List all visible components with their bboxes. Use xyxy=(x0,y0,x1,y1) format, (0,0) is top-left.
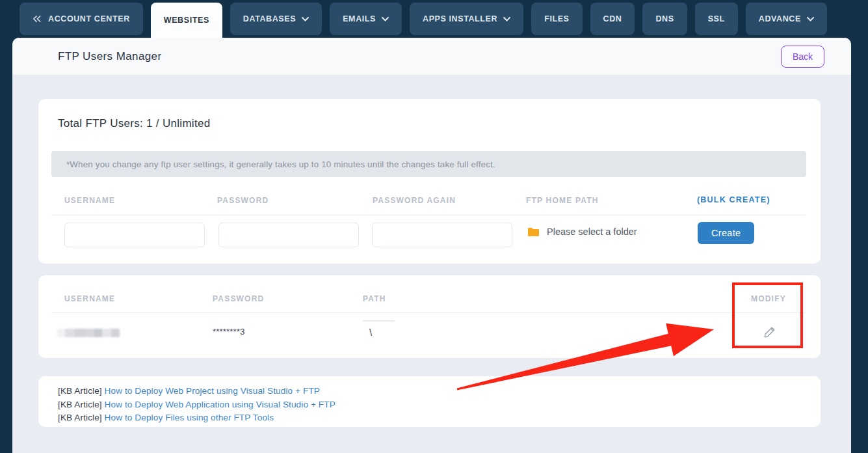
content-panel: FTP Users Manager Back Total FTP Users: … xyxy=(12,38,851,453)
chevron-down-icon xyxy=(382,17,389,21)
folder-picker-label: Please select a folder xyxy=(547,226,637,237)
tab-cdn[interactable]: CDN xyxy=(590,3,635,35)
ftp-users-table-card: USERNAME PASSWORD PATH MODIFY ********3 … xyxy=(38,275,821,358)
path-cell-divider xyxy=(363,320,395,322)
tab-apps-installer[interactable]: APPS INSTALLER xyxy=(410,3,523,35)
tab-label: SSL xyxy=(708,14,725,23)
tab-account-center[interactable]: ACCOUNT CENTER xyxy=(20,3,143,35)
tab-dns[interactable]: DNS xyxy=(642,3,687,35)
chevron-down-icon xyxy=(503,17,510,21)
tab-databases[interactable]: DATABASES xyxy=(230,3,322,35)
table-divider xyxy=(51,312,806,313)
kb-prefix: [KB Article] xyxy=(58,413,102,422)
tab-label: ADVANCE xyxy=(759,14,801,23)
tab-files[interactable]: FILES xyxy=(531,3,582,35)
username-input[interactable] xyxy=(64,223,205,247)
form-divider xyxy=(51,215,806,215)
chevrons-left-icon xyxy=(33,15,42,23)
chevron-down-icon xyxy=(807,17,814,21)
form-header-password: PASSWORD xyxy=(217,196,269,205)
password-input[interactable] xyxy=(218,223,359,247)
password-cell: ********3 xyxy=(213,327,245,336)
page-title: FTP Users Manager xyxy=(58,50,162,63)
kb-article-list: [KB Article] How to Deploy Web Project u… xyxy=(38,376,821,425)
tab-label: WEBSITES xyxy=(164,16,209,25)
tab-emails[interactable]: EMAILS xyxy=(330,3,402,35)
form-header-password-again: PASSWORD AGAIN xyxy=(373,196,456,205)
kb-prefix: [KB Article] xyxy=(58,386,102,396)
kb-article-line: [KB Article] How to Deploy Files using o… xyxy=(58,411,821,425)
folder-icon xyxy=(527,227,540,237)
table-header-path: PATH xyxy=(363,294,386,303)
tab-label: DNS xyxy=(655,14,674,23)
form-header-ftp-home-path: FTP HOME PATH xyxy=(526,196,599,205)
form-header-username: USERNAME xyxy=(64,196,115,205)
tab-label: ACCOUNT CENTER xyxy=(48,14,130,23)
tab-label: EMAILS xyxy=(343,14,376,23)
page-body: Total FTP Users: 1 / Unlimited *When you… xyxy=(12,76,851,453)
kb-prefix: [KB Article] xyxy=(58,400,102,409)
kb-article-link[interactable]: How to Deploy Files using other FTP Tool… xyxy=(105,413,274,422)
bulk-create-link[interactable]: (BULK CREATE) xyxy=(697,195,770,204)
top-nav: ACCOUNT CENTER WEBSITES DATABASES EMAILS… xyxy=(0,0,868,38)
tab-ssl[interactable]: SSL xyxy=(695,3,738,35)
tab-label: CDN xyxy=(603,14,622,23)
kb-article-link[interactable]: How to Deploy Web Application using Visu… xyxy=(105,400,335,409)
total-ftp-users-label: Total FTP Users: 1 / Unlimited xyxy=(58,117,210,130)
create-button[interactable]: Create xyxy=(698,222,754,244)
kb-article-line: [KB Article] How to Deploy Web Applicati… xyxy=(58,398,821,412)
tab-label: APPS INSTALLER xyxy=(423,14,497,23)
back-button[interactable]: Back xyxy=(781,46,824,68)
redacted-username xyxy=(57,329,120,337)
tab-websites[interactable]: WEBSITES xyxy=(151,3,222,38)
password-again-input[interactable] xyxy=(372,223,512,247)
settings-notice: *When you change any ftp user settings, … xyxy=(51,151,806,177)
tab-advance[interactable]: ADVANCE xyxy=(746,3,827,35)
tab-label: DATABASES xyxy=(243,14,296,23)
table-header-password: PASSWORD xyxy=(213,294,264,303)
table-header-username: USERNAME xyxy=(64,294,115,303)
app-frame: ACCOUNT CENTER WEBSITES DATABASES EMAILS… xyxy=(0,0,868,453)
ftp-home-path-picker[interactable]: Please select a folder xyxy=(527,226,637,237)
tab-label: FILES xyxy=(544,14,569,23)
path-cell: \ xyxy=(369,327,372,338)
kb-article-link[interactable]: How to Deploy Web Project using Visual S… xyxy=(105,386,320,396)
page-header: FTP Users Manager Back xyxy=(12,38,851,76)
kb-article-line: [KB Article] How to Deploy Web Project u… xyxy=(58,385,821,398)
kb-articles-card: [KB Article] How to Deploy Web Project u… xyxy=(38,376,821,427)
annotation-highlight-box xyxy=(732,282,803,348)
chevron-down-icon xyxy=(302,17,309,21)
ftp-summary-card: Total FTP Users: 1 / Unlimited *When you… xyxy=(38,99,821,264)
